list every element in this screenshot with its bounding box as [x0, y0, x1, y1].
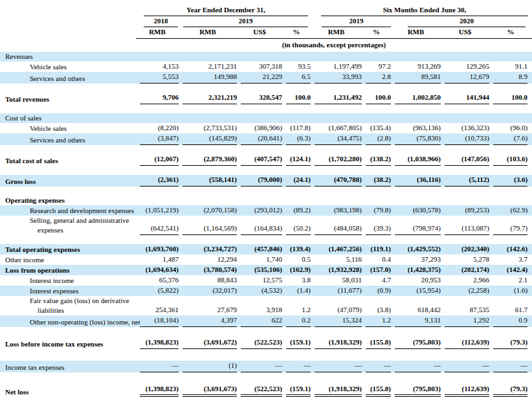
row-label: Operating expenses	[0, 196, 136, 205]
spacer-cell	[0, 235, 532, 244]
value-cell: (3,691,673)	[179, 384, 237, 397]
value-cell: (89,253)	[441, 205, 489, 216]
header-spacer-cell	[0, 5, 136, 16]
value-cell: 0.2	[282, 315, 311, 327]
row-label: Loss before income tax expenses	[0, 337, 136, 349]
row-label: Total cost of sales	[0, 154, 136, 166]
spacer-row	[0, 372, 532, 384]
value-cell: (470,788)	[311, 175, 362, 187]
unit-rmb: RMB	[179, 27, 237, 39]
value-cell: (119.1)	[362, 244, 391, 255]
value-cell: (142.6)	[489, 244, 532, 255]
value-cell	[282, 113, 311, 123]
value-cell: 622	[237, 315, 282, 327]
value-cell: (1,932,928)	[311, 265, 362, 275]
value-cell	[237, 52, 282, 62]
header-year-cell: 2018	[136, 16, 179, 27]
header-year-cell: 2019	[311, 16, 391, 27]
value-cell: (522,523)	[237, 337, 282, 349]
value-cell	[441, 52, 489, 62]
value-cell	[237, 196, 282, 205]
value-cell: (79.3)	[489, 384, 532, 397]
value-cell: 93.5	[282, 62, 311, 72]
value-cell: (15,954)	[391, 286, 441, 296]
value-cell: (3.8)	[362, 296, 391, 315]
value-cell: (147,056)	[441, 154, 489, 166]
value-cell	[362, 52, 391, 62]
value-cell: (79,000)	[237, 175, 282, 187]
value-cell: —	[237, 361, 282, 372]
value-cell: (2.8)	[362, 133, 391, 145]
value-cell	[136, 196, 179, 205]
value-cell: 9,131	[391, 315, 441, 327]
table-row: Total operating expenses(1,693,760)(3,23…	[0, 244, 532, 255]
value-cell: (2,879,360)	[179, 154, 237, 166]
row-label: Services and others	[0, 72, 136, 84]
value-cell: (1,398,823)	[136, 337, 179, 349]
unit-usd: US$	[441, 27, 489, 39]
table-row: Other income1,48712,2941,7400.55,1160.43…	[0, 255, 532, 265]
value-cell: (138.2)	[362, 154, 391, 166]
value-cell: (75,830)	[391, 133, 441, 145]
spacer-cell	[0, 84, 532, 93]
value-cell: 141,944	[441, 93, 489, 104]
value-cell: 12,575	[237, 275, 282, 286]
units-note: (in thousands, except percentages)	[136, 39, 532, 52]
value-cell	[282, 52, 311, 62]
value-cell: 913,269	[391, 62, 441, 72]
value-cell: 4.7	[362, 275, 391, 286]
value-cell: 100.0	[282, 93, 311, 104]
value-cell: (1,693,760)	[136, 244, 179, 255]
value-cell: (112,639)	[441, 384, 489, 397]
value-cell: (5,112)	[441, 175, 489, 187]
value-cell: 12,294	[179, 255, 237, 265]
value-cell: (79.7)	[489, 216, 532, 235]
table-row: Revenues	[0, 52, 532, 62]
value-cell: 1,740	[237, 255, 282, 265]
value-cell	[136, 52, 179, 62]
value-cell: (36,116)	[391, 175, 441, 187]
value-cell: (630,578)	[391, 205, 441, 216]
value-cell: 0.9	[489, 315, 532, 327]
spacer-cell	[0, 145, 532, 154]
value-cell: 97.2	[362, 62, 391, 72]
table-row: Loss from operations(1,694,634)(3,780,57…	[0, 265, 532, 275]
value-cell	[311, 113, 362, 123]
value-cell: 12,679	[441, 72, 489, 84]
unit-pct: %	[489, 27, 532, 39]
value-cell: (79.3)	[489, 337, 532, 349]
value-cell: (983,198)	[311, 205, 362, 216]
value-cell	[391, 52, 441, 62]
value-cell: (1,038,966)	[391, 154, 441, 166]
value-cell: 88,843	[179, 275, 237, 286]
value-cell	[179, 52, 237, 62]
row-label: Selling, general and administrativeexpen…	[0, 216, 136, 235]
row-label: Net loss	[0, 384, 136, 397]
value-cell	[391, 196, 441, 205]
value-cell: (145,829)	[179, 133, 237, 145]
spacer-row	[0, 327, 532, 337]
value-cell: (202,174)	[441, 265, 489, 275]
value-cell: 3.8	[282, 275, 311, 286]
value-cell: 58,031	[311, 275, 362, 286]
value-cell: (795,803)	[391, 337, 441, 349]
spacer-cell	[0, 104, 532, 113]
table-row: Income tax expenses—(1)———————	[0, 361, 532, 372]
table-row: Loss before income tax expenses(1,398,82…	[0, 337, 532, 349]
value-cell: 2.8	[362, 72, 391, 84]
header-group-cell: Year Ended December 31,	[136, 5, 311, 16]
value-cell: 1,197,499	[311, 62, 362, 72]
value-cell	[237, 113, 282, 123]
spacer-row	[0, 145, 532, 154]
table-row: Gross loss(2,361)(558,141)(79,000)(24.1)…	[0, 175, 532, 187]
header-year-row: 2018 2019 2019 2020	[0, 16, 532, 27]
table-row: Other non-operating (loss) income, net(1…	[0, 315, 532, 327]
row-label: Vehicle sales	[0, 62, 136, 72]
value-cell: 1,292	[441, 315, 489, 327]
value-cell: —	[441, 361, 489, 372]
value-cell: (12,067)	[136, 154, 179, 166]
value-cell: 0.5	[282, 255, 311, 265]
column-group-six-months: Six Months Ended June 30,	[321, 5, 528, 16]
value-cell: (798,974)	[391, 216, 441, 235]
spacer-cell	[0, 187, 532, 196]
